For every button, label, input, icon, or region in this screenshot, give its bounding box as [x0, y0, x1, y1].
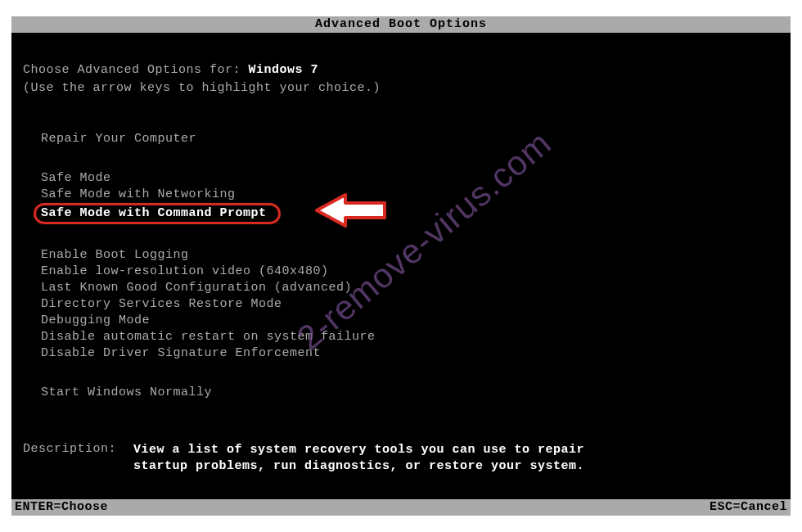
- description-block: Description: View a list of system recov…: [23, 442, 116, 456]
- spacer: [41, 224, 779, 247]
- description-text: View a list of system recovery tools you…: [133, 442, 624, 475]
- menu-item-safe-mode-cmd[interactable]: Safe Mode with Command Prompt: [34, 203, 281, 224]
- menu-options: Repair Your Computer Safe Mode Safe Mode…: [23, 98, 779, 401]
- menu-item-last-known[interactable]: Last Known Good Configuration (advanced): [41, 280, 779, 296]
- content-area: Choose Advanced Options for: Windows 7 (…: [11, 33, 791, 401]
- menu-item-safe-mode[interactable]: Safe Mode: [41, 170, 779, 187]
- menu-item-start-normal[interactable]: Start Windows Normally: [41, 385, 779, 401]
- prompt-line-2: (Use the arrow keys to highlight your ch…: [23, 80, 779, 97]
- prompt-line-1: Choose Advanced Options for: Windows 7: [23, 62, 779, 79]
- menu-item-no-driver-sig[interactable]: Disable Driver Signature Enforcement: [41, 345, 779, 362]
- menu-item-repair[interactable]: Repair Your Computer: [41, 131, 779, 147]
- menu-item-debugging[interactable]: Debugging Mode: [41, 313, 779, 329]
- description-label: Description:: [23, 442, 116, 456]
- title-bar: Advanced Boot Options: [11, 16, 791, 33]
- spacer: [41, 362, 779, 385]
- pointer-arrow-icon: [313, 191, 390, 234]
- menu-item-ds-restore[interactable]: Directory Services Restore Mode: [41, 296, 779, 313]
- boot-options-screen: Advanced Boot Options Choose Advanced Op…: [11, 16, 791, 516]
- os-name: Windows 7: [249, 63, 319, 77]
- footer-enter: ENTER=Choose: [15, 499, 108, 516]
- prompt-prefix: Choose Advanced Options for:: [23, 63, 249, 77]
- footer-esc: ESC=Cancel: [710, 499, 787, 516]
- menu-item-safe-mode-networking[interactable]: Safe Mode with Networking: [41, 187, 779, 203]
- menu-item-low-res[interactable]: Enable low-resolution video (640x480): [41, 264, 779, 280]
- footer-bar: ENTER=Choose ESC=Cancel: [11, 499, 791, 516]
- menu-item-boot-logging[interactable]: Enable Boot Logging: [41, 247, 779, 264]
- menu-item-safe-mode-cmd-wrapper[interactable]: Safe Mode with Command Prompt: [41, 203, 779, 224]
- menu-item-no-auto-restart[interactable]: Disable automatic restart on system fail…: [41, 329, 779, 345]
- spacer: [41, 147, 779, 170]
